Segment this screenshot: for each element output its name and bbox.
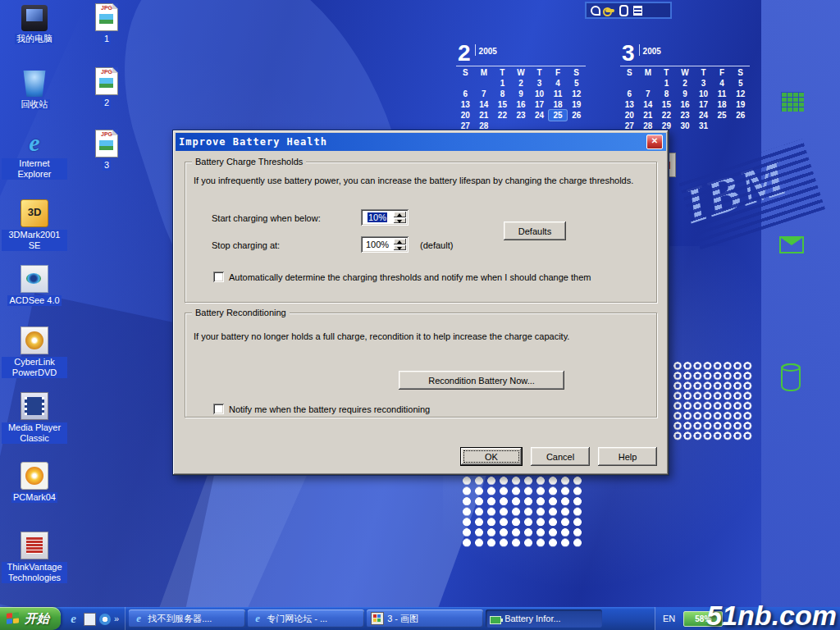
task-label: Battery Infor...	[504, 614, 560, 623]
start-charging-value[interactable]: 10%	[361, 209, 394, 226]
pcmark04-icon	[21, 462, 48, 490]
calendar-day-header: M	[475, 67, 494, 78]
calendar-day: 25	[549, 110, 568, 121]
calendar-day: 1	[657, 78, 676, 89]
desktop-icon-my-computer[interactable]: 我的电脑	[2, 5, 67, 44]
calendar-day: 11	[713, 89, 732, 99]
calendar-day: 14	[639, 99, 658, 110]
ok-button[interactable]: OK	[460, 447, 523, 466]
spin-down-button[interactable]	[394, 245, 406, 251]
start-button[interactable]: 开始	[0, 607, 61, 630]
calendar-month: 3	[622, 43, 635, 64]
desktop-file-jpg-2[interactable]: JPG2	[74, 67, 139, 108]
notify-reconditioning-label: Notify me when the battery requires reco…	[229, 404, 430, 414]
envelope-icon	[779, 236, 804, 253]
desktop-icon-label: Media Player Classic	[2, 422, 67, 444]
desktop-icon-label: 3DMark2001 SE	[2, 230, 67, 251]
start-charging-spinner[interactable]: 10%	[361, 209, 409, 226]
calendar-day: 22	[493, 110, 512, 121]
desktop-file-jpg-1[interactable]: JPG1	[74, 3, 139, 44]
calendar-day: 17	[694, 99, 713, 110]
desktop-icon-label: PCMark04	[11, 492, 57, 503]
calendar-day: 30	[676, 121, 695, 131]
stop-charging-spinner[interactable]: 100%	[361, 236, 409, 253]
group-battery-charge-thresholds: Battery Charge Thresholds If you infrequ…	[185, 162, 657, 303]
group-battery-reconditioning: Battery Reconditioning If your battery n…	[185, 313, 657, 418]
file-type-badge: JPG	[96, 131, 117, 137]
desktop-icon-label: 回收站	[20, 99, 50, 110]
calendar-header: 3 2005	[620, 43, 750, 66]
calendar-day-header: T	[493, 67, 512, 78]
start-charging-label: Start charging when below:	[212, 213, 321, 223]
desktop-icon-recycle-bin[interactable]: 回收站	[2, 71, 67, 110]
internet-explorer-icon	[21, 130, 48, 156]
system-tray: EN 58%	[655, 607, 840, 630]
task-label: 专门网论坛 - ...	[267, 613, 327, 625]
desktop-icon-pcmark04[interactable]: PCMark04	[2, 462, 67, 503]
desktop-icon-powerdvd[interactable]: CyberLink PowerDVD	[2, 326, 67, 378]
auto-determine-checkbox[interactable]	[213, 272, 224, 282]
calendar-day: 19	[731, 99, 750, 110]
notify-reconditioning-checkbox[interactable]	[213, 404, 224, 414]
desktop-icon-mpc[interactable]: Media Player Classic	[2, 392, 67, 444]
phone-icon[interactable]	[591, 6, 600, 16]
stop-charging-value[interactable]: 100%	[361, 236, 394, 253]
calendar-day: 15	[657, 99, 676, 110]
desktop-icon-acdsee[interactable]: ACDSee 4.0	[2, 265, 67, 306]
calendar-day: 16	[676, 99, 695, 110]
battery-indicator[interactable]: 58%	[683, 611, 723, 627]
battery-cylinder-icon	[781, 363, 801, 391]
taskbar-task-forum-51nb[interactable]: 专门网论坛 - ...	[248, 609, 364, 628]
auto-determine-label: Automatically determine the charging thr…	[229, 272, 591, 282]
desktop: IBM 我的电脑回收站Internet Explorer3DMark2001 S…	[0, 0, 840, 630]
calendar-day	[620, 78, 639, 89]
calendar-day: 9	[512, 89, 531, 99]
desktop-icon-internet-explorer[interactable]: Internet Explorer	[2, 130, 67, 180]
file-type-badge: JPG	[96, 5, 117, 11]
calendar-grid: SMTWTFS123456789101112131415161718192021…	[620, 67, 750, 131]
media-player-icon[interactable]	[99, 614, 111, 625]
internet-explorer-icon[interactable]	[66, 612, 80, 626]
key-icon[interactable]	[605, 9, 614, 12]
ie-icon	[133, 613, 144, 624]
calendar-day: 2	[512, 78, 531, 89]
spin-up-button[interactable]	[394, 239, 406, 244]
recondition-battery-button[interactable]: Recondition Battery Now...	[399, 371, 564, 390]
calendar-day: 8	[493, 89, 512, 99]
calendar-day: 10	[530, 89, 549, 99]
powerdvd-icon	[21, 326, 48, 354]
calendar-day-header: T	[530, 67, 549, 78]
taskbar-task-paint[interactable]: 3 - 画图	[367, 609, 483, 628]
desktop-icon-label: 3	[103, 160, 111, 171]
language-indicator[interactable]: EN	[663, 614, 675, 623]
show-desktop-icon[interactable]	[84, 613, 96, 626]
calendar-day	[456, 78, 475, 89]
spin-up-button[interactable]	[394, 212, 406, 217]
cancel-button[interactable]: Cancel	[531, 447, 590, 466]
desktop-icon-3dmark2001[interactable]: 3DMark2001 SE	[2, 199, 67, 251]
chevron-overflow-icon[interactable]: »	[114, 612, 119, 626]
calendar-day: 14	[475, 99, 494, 110]
defaults-button[interactable]: Defaults	[504, 221, 566, 240]
quick-launch-bar: »	[61, 607, 126, 630]
desktop-icon-label: ThinkVantage Technologies	[2, 562, 67, 583]
desktop-file-jpg-3[interactable]: JPG3	[74, 130, 139, 171]
taskbar-task-server-not-found[interactable]: 找不到服务器....	[129, 609, 245, 628]
spin-down-button[interactable]	[394, 218, 406, 224]
calendar-day: 12	[567, 89, 586, 99]
calendar-march-2005: 3 2005 SMTWTFS12345678910111213141516171…	[620, 43, 750, 131]
dialog-titlebar[interactable]: Improve Battery Health ✕	[176, 133, 666, 151]
calendar-day: 5	[731, 78, 750, 89]
document-icon[interactable]	[633, 6, 642, 16]
windows-logo-icon	[7, 612, 21, 626]
desktop-icon-thinkvantage[interactable]: ThinkVantage Technologies	[2, 532, 67, 583]
calendar-day: 21	[475, 110, 494, 121]
mouse-icon[interactable]	[619, 5, 628, 16]
taskbar-task-battery-information[interactable]: Battery Infor...	[486, 609, 602, 628]
calendar-day-header: T	[694, 67, 713, 78]
help-button[interactable]: Help	[598, 447, 657, 466]
spinner-buttons	[394, 212, 406, 223]
task-label: 3 - 画图	[387, 613, 418, 625]
close-button[interactable]: ✕	[646, 135, 663, 149]
group-title: Battery Reconditioning	[192, 308, 290, 317]
